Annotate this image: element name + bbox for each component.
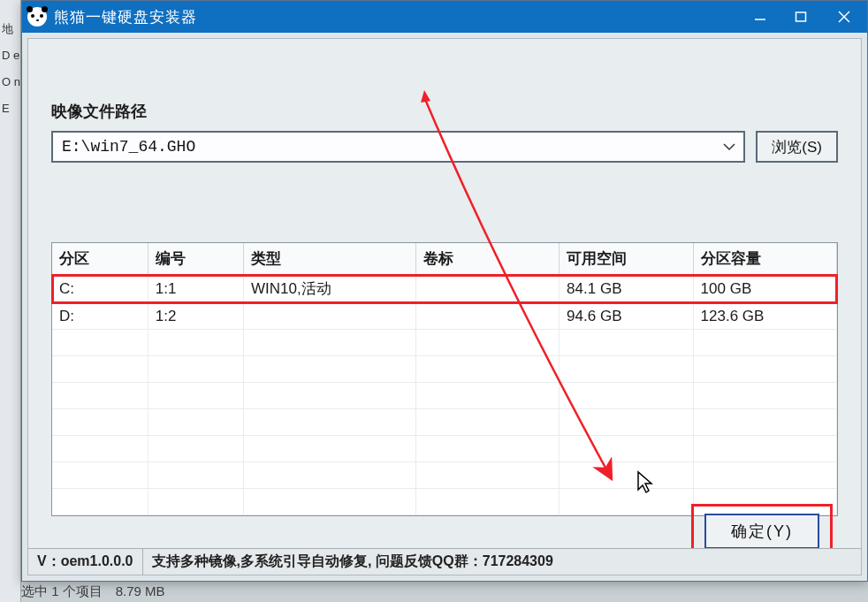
client-area: 映像文件路径 E:\win7_64.GHO 浏览(S) 分区 编号 类型 bbox=[27, 38, 862, 575]
header-label[interactable]: 卷标 bbox=[415, 243, 559, 275]
header-number[interactable]: 编号 bbox=[148, 243, 243, 275]
cell-label bbox=[415, 275, 559, 303]
table-row-empty bbox=[52, 383, 837, 409]
image-path-label: 映像文件路径 bbox=[51, 101, 838, 122]
image-path-combo[interactable]: E:\win7_64.GHO bbox=[51, 131, 745, 163]
table-row-empty bbox=[52, 356, 837, 383]
cell-number: 1:2 bbox=[148, 303, 243, 330]
image-path-section: 映像文件路径 E:\win7_64.GHO 浏览(S) bbox=[51, 101, 838, 163]
cell-number: 1:1 bbox=[148, 275, 243, 303]
window-title: 熊猫一键硬盘安装器 bbox=[54, 7, 740, 27]
background-window-sliver: 地 D e O n E bbox=[0, 0, 21, 602]
cell-partition: C: bbox=[52, 275, 148, 303]
version-label: V：oem1.0.0.0 bbox=[28, 549, 143, 575]
cell-type bbox=[243, 303, 415, 330]
header-free[interactable]: 可用空间 bbox=[560, 243, 694, 275]
titlebar: 熊猫一键硬盘安装器 bbox=[22, 1, 867, 33]
cell-label bbox=[415, 303, 559, 330]
statusbar: V：oem1.0.0.0 支持多种镜像,多系统引导自动修复, 问题反馈QQ群：7… bbox=[28, 548, 861, 575]
cell-type: WIN10,活动 bbox=[243, 275, 415, 303]
close-icon bbox=[837, 10, 851, 24]
maximize-icon bbox=[795, 11, 807, 23]
background-statusbar-fragment: 选中 1 个项目 8.79 MB bbox=[21, 583, 165, 600]
partition-table: 分区 编号 类型 卷标 可用空间 分区容量 C:1:1WIN10,活动84.1 … bbox=[51, 242, 838, 516]
minimize-button[interactable] bbox=[740, 1, 780, 33]
close-button[interactable] bbox=[821, 1, 867, 33]
app-icon bbox=[27, 7, 47, 27]
table-row-empty bbox=[52, 436, 837, 462]
browse-button[interactable]: 浏览(S) bbox=[756, 131, 838, 163]
cell-free: 94.6 GB bbox=[560, 303, 694, 330]
table-row-empty bbox=[52, 409, 837, 436]
minimize-icon bbox=[754, 11, 766, 23]
svg-rect-1 bbox=[796, 12, 806, 21]
header-type[interactable]: 类型 bbox=[243, 243, 415, 275]
table-row[interactable]: C:1:1WIN10,活动84.1 GB100 GB bbox=[52, 275, 837, 303]
header-capacity[interactable]: 分区容量 bbox=[693, 243, 836, 275]
header-partition[interactable]: 分区 bbox=[52, 243, 148, 275]
maximize-button[interactable] bbox=[780, 1, 821, 33]
table-row-empty bbox=[52, 462, 837, 489]
cell-free: 84.1 GB bbox=[560, 275, 694, 303]
status-info: 支持多种镜像,多系统引导自动修复, 问题反馈QQ群：717284309 bbox=[143, 552, 862, 571]
cell-capacity: 123.6 GB bbox=[693, 303, 836, 330]
image-path-value: E:\win7_64.GHO bbox=[62, 138, 719, 156]
table-row[interactable]: D:1:294.6 GB123.6 GB bbox=[52, 303, 837, 330]
confirm-button[interactable]: 确定(Y) bbox=[704, 514, 819, 549]
table-header-row: 分区 编号 类型 卷标 可用空间 分区容量 bbox=[52, 243, 837, 275]
installer-window: 熊猫一键硬盘安装器 映像文件路径 E:\win7_64.GHO bbox=[21, 0, 868, 582]
table-row-empty bbox=[52, 330, 837, 356]
cell-capacity: 100 GB bbox=[693, 275, 836, 303]
cell-partition: D: bbox=[52, 303, 148, 330]
chevron-down-icon bbox=[719, 140, 740, 154]
window-controls bbox=[740, 1, 867, 33]
